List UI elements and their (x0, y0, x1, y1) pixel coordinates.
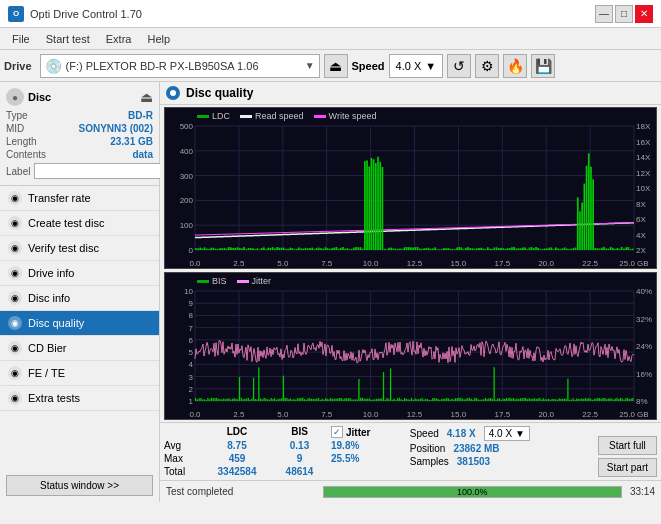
disc-title: Disc (28, 91, 51, 103)
sidebar-menu: ◉ Transfer rate ◉ Create test disc ◉ Ver… (0, 186, 159, 469)
read-speed-legend-label: Read speed (255, 111, 304, 121)
bis-legend-label: BIS (212, 276, 227, 286)
speed-select-chevron-icon: ▼ (515, 428, 525, 439)
stats-headers: LDC BIS ✓ Jitter (164, 426, 402, 438)
bis-legend-item: BIS (197, 276, 227, 286)
disc-label-input[interactable] (34, 163, 163, 179)
max-jitter-value: 25.5% (331, 453, 359, 464)
menu-start-test[interactable]: Start test (38, 31, 98, 47)
disc-icon: ● (6, 88, 24, 106)
avg-jitter-value: 19.8% (331, 440, 359, 451)
sidebar-item-label-cd-bier: CD Bier (28, 342, 67, 354)
title-bar: O Opti Drive Control 1.70 — □ ✕ (0, 0, 661, 28)
menu-extra[interactable]: Extra (98, 31, 140, 47)
stats-ldc-header: LDC (202, 426, 272, 438)
start-full-button[interactable]: Start full (598, 436, 657, 455)
speed-select-box[interactable]: 4.0 X ▼ (484, 426, 530, 441)
total-ldc-value: 3342584 (202, 466, 272, 477)
sidebar-item-label-verify-test-disc: Verify test disc (28, 242, 99, 254)
drive-select[interactable]: 💿 (F:) PLEXTOR BD-R PX-LB950SA 1.06 ▼ (40, 54, 320, 78)
drive-info-icon: ◉ (8, 266, 22, 280)
quality-panel-icon (166, 86, 180, 100)
start-part-button[interactable]: Start part (598, 458, 657, 477)
speed-select-display: 4.0 X (489, 428, 512, 439)
speed-value: 4.18 X (447, 428, 476, 439)
disc-label-row: Label ✏ (6, 163, 153, 179)
bis-legend-color (197, 280, 209, 283)
stats-max-row: Max 459 9 25.5% (164, 453, 402, 464)
sidebar-item-label-extra-tests: Extra tests (28, 392, 80, 404)
drive-select-value: (F:) PLEXTOR BD-R PX-LB950SA 1.06 (66, 60, 301, 72)
refresh-button[interactable]: ↺ (447, 54, 471, 78)
jitter-header-label: Jitter (346, 427, 370, 438)
sidebar-item-disc-quality[interactable]: ◉ Disc quality (0, 311, 159, 336)
write-speed-legend-color (314, 115, 326, 118)
ldc-chart: LDC Read speed Write speed (164, 107, 657, 269)
ldc-chart-canvas (165, 108, 656, 268)
disc-contents-label: Contents (6, 149, 46, 160)
eject-button[interactable]: ⏏ (324, 54, 348, 78)
disc-contents-row: Contents data (6, 149, 153, 160)
sidebar-item-label-create-test-disc: Create test disc (28, 217, 104, 229)
maximize-button[interactable]: □ (615, 5, 633, 23)
burn-button[interactable]: 🔥 (503, 54, 527, 78)
write-speed-legend-label: Write speed (329, 111, 377, 121)
sidebar: ● Disc ⏏ Type BD-R MID SONYNN3 (002) Len… (0, 82, 160, 502)
ldc-legend-item: LDC (197, 111, 230, 121)
disc-info-icon: ◉ (8, 291, 22, 305)
status-text: Test completed (166, 486, 315, 497)
minimize-button[interactable]: — (595, 5, 613, 23)
samples-label: Samples (410, 456, 449, 467)
content-area: Disc quality LDC Read speed (160, 82, 661, 502)
disc-mid-row: MID SONYNN3 (002) (6, 123, 153, 134)
menu-help[interactable]: Help (139, 31, 178, 47)
bis-legend: BIS Jitter (197, 276, 271, 286)
close-button[interactable]: ✕ (635, 5, 653, 23)
jitter-legend-item: Jitter (237, 276, 272, 286)
settings-button[interactable]: ⚙ (475, 54, 499, 78)
sidebar-item-verify-test-disc[interactable]: ◉ Verify test disc (0, 236, 159, 261)
app-logo: O (8, 6, 24, 22)
speed-select-value: 4.0 X (396, 60, 422, 72)
sidebar-item-transfer-rate[interactable]: ◉ Transfer rate (0, 186, 159, 211)
disc-type-label: Type (6, 110, 28, 121)
quality-panel-title: Disc quality (186, 86, 253, 100)
disc-eject-icon[interactable]: ⏏ (140, 89, 153, 105)
status-bar: Test completed 100.0% 33:14 (160, 480, 661, 502)
disc-quality-icon: ◉ (8, 316, 22, 330)
speed-position-area: Speed 4.18 X 4.0 X ▼ Position 23862 MB S… (410, 426, 590, 477)
menu-file[interactable]: File (4, 31, 38, 47)
drive-select-arrow-icon: ▼ (305, 60, 315, 71)
fe-te-icon: ◉ (8, 366, 22, 380)
speed-select[interactable]: 4.0 X ▼ (389, 54, 444, 78)
charts-area: LDC Read speed Write speed (160, 105, 661, 422)
speed-select-arrow-icon: ▼ (425, 60, 436, 72)
disc-section: ● Disc ⏏ Type BD-R MID SONYNN3 (002) Len… (0, 82, 159, 186)
sidebar-item-label-disc-quality: Disc quality (28, 317, 84, 329)
drive-label: Drive (4, 60, 32, 72)
sidebar-item-disc-info[interactable]: ◉ Disc info (0, 286, 159, 311)
sidebar-item-create-test-disc[interactable]: ◉ Create test disc (0, 211, 159, 236)
sidebar-item-drive-info[interactable]: ◉ Drive info (0, 261, 159, 286)
disc-length-row: Length 23.31 GB (6, 136, 153, 147)
total-label: Total (164, 466, 202, 477)
save-button[interactable]: 💾 (531, 54, 555, 78)
ldc-legend: LDC Read speed Write speed (197, 111, 376, 121)
sidebar-item-label-drive-info: Drive info (28, 267, 74, 279)
cd-bier-icon: ◉ (8, 341, 22, 355)
sidebar-item-fe-te[interactable]: ◉ FE / TE (0, 361, 159, 386)
position-value: 23862 MB (453, 443, 499, 454)
sidebar-item-extra-tests[interactable]: ◉ Extra tests (0, 386, 159, 411)
speed-row: Speed 4.18 X 4.0 X ▼ (410, 426, 590, 441)
status-window-button[interactable]: Status window >> (6, 475, 153, 496)
stats-empty-header (164, 426, 202, 438)
elapsed-time: 33:14 (630, 486, 655, 497)
jitter-checkbox[interactable]: ✓ (331, 426, 343, 438)
samples-row: Samples 381503 (410, 456, 590, 467)
disc-type-row: Type BD-R (6, 110, 153, 121)
drive-disc-icon: 💿 (45, 58, 62, 74)
quality-panel-header: Disc quality (160, 82, 661, 105)
sidebar-item-cd-bier[interactable]: ◉ CD Bier (0, 336, 159, 361)
disc-type-value: BD-R (128, 110, 153, 121)
disc-header: ● Disc ⏏ (6, 88, 153, 106)
